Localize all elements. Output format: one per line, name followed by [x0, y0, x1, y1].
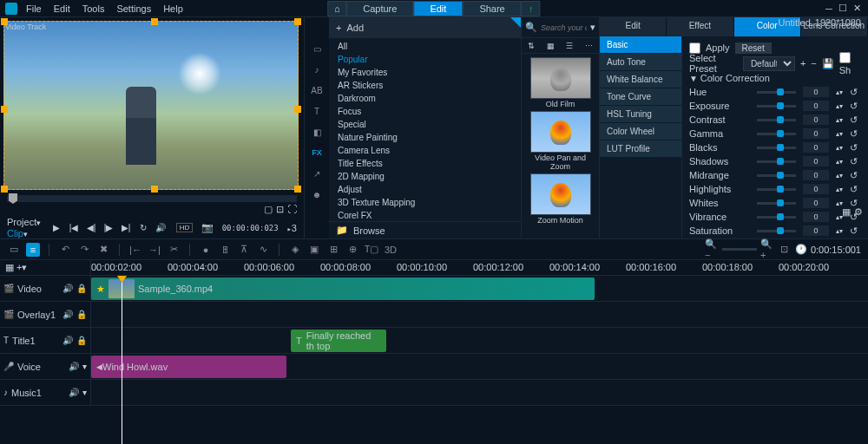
ar-icon[interactable]: ☻: [309, 187, 325, 201]
fit-icon[interactable]: ⊡: [276, 204, 284, 215]
category-item[interactable]: Special: [329, 118, 521, 131]
subtab-item[interactable]: Tone Curve: [600, 88, 681, 105]
prop-slider[interactable]: [757, 174, 796, 177]
category-item[interactable]: My Favorites: [329, 66, 521, 79]
mark-out-icon[interactable]: →|: [148, 243, 161, 257]
category-item[interactable]: Camera Lens: [329, 144, 521, 157]
timeline-icon[interactable]: ≡: [26, 243, 40, 257]
stepper-icon[interactable]: ▴▾: [836, 186, 843, 193]
expand-icon[interactable]: ⋯: [585, 42, 593, 50]
mixer-icon[interactable]: 🎚: [218, 243, 232, 257]
overlay-icon[interactable]: ◧: [309, 125, 325, 139]
settings-icon[interactable]: ⚙: [854, 206, 863, 218]
redo-icon[interactable]: ↷: [77, 243, 91, 257]
reset-prop-icon[interactable]: ↺: [850, 128, 858, 140]
reset-prop-icon[interactable]: ↺: [850, 156, 858, 167]
prop-slider[interactable]: [757, 147, 796, 149]
mark-in-icon[interactable]: |←: [128, 243, 142, 257]
menu-file[interactable]: File: [26, 3, 42, 14]
music-track-icon[interactable]: ♪: [3, 388, 8, 397]
reset-prop-icon[interactable]: ↺: [850, 142, 858, 153]
fx-icon[interactable]: FX: [309, 146, 325, 160]
subtab-item[interactable]: HSL Tuning: [600, 106, 681, 122]
prop-value[interactable]: 0: [803, 184, 829, 194]
prop-value[interactable]: 0: [803, 156, 829, 166]
video-track-icon[interactable]: 🎬: [3, 284, 14, 293]
category-item[interactable]: Corel FX: [329, 209, 521, 221]
mute-icon[interactable]: 🔊: [62, 336, 73, 345]
prop-value[interactable]: 0: [803, 225, 829, 236]
mute-icon[interactable]: 🔊: [69, 388, 79, 397]
reset-prop-icon[interactable]: ↺: [850, 87, 858, 98]
audio-icon[interactable]: ♪: [309, 62, 325, 76]
undo-icon[interactable]: ↶: [58, 243, 72, 257]
subtab-item[interactable]: Auto Tone: [600, 54, 681, 70]
chapter-icon[interactable]: ◈: [288, 243, 302, 257]
transition-icon[interactable]: AB: [309, 83, 325, 97]
fit-timeline-icon[interactable]: ⊡: [778, 243, 792, 257]
prop-value[interactable]: 0: [803, 142, 829, 153]
cc-section[interactable]: ▼ Color Correction: [689, 71, 861, 85]
track-motion-icon[interactable]: ⊕: [345, 243, 359, 257]
prop-value[interactable]: 0: [803, 212, 829, 222]
lock-icon[interactable]: 🔒: [76, 284, 87, 293]
prop-slider[interactable]: [757, 119, 796, 121]
zoom-out-icon[interactable]: 🔍−: [705, 243, 719, 257]
reset-prop-icon[interactable]: ↺: [850, 101, 858, 112]
preview-mode[interactable]: Project▾Clip▾: [7, 217, 41, 239]
stepper-icon[interactable]: ▴▾: [836, 102, 843, 110]
subtab-item[interactable]: LUT Profile: [600, 140, 681, 157]
category-item[interactable]: Title Effects: [329, 157, 521, 170]
close-icon[interactable]: ✕: [851, 4, 863, 13]
stepper-icon[interactable]: ▴▾: [836, 130, 843, 138]
stepper-icon[interactable]: ▴▾: [836, 158, 843, 166]
mute-icon[interactable]: 🔊: [62, 310, 73, 319]
menu-edit[interactable]: Edit: [54, 3, 70, 14]
time-ruler[interactable]: 00:00:02:0000:00:04:0000:00:06:0000:00:0…: [91, 260, 868, 275]
mute-icon[interactable]: 🔊: [69, 362, 79, 371]
snapshot-icon[interactable]: 📷: [201, 222, 214, 233]
category-item[interactable]: Adjust: [329, 183, 521, 196]
prop-slider[interactable]: [757, 216, 796, 219]
reset-prop-icon[interactable]: ↺: [850, 170, 858, 181]
title-track-icon[interactable]: T: [3, 336, 9, 345]
stepper-icon[interactable]: ▴▾: [836, 116, 843, 124]
fullscreen-icon[interactable]: ⛶: [287, 204, 297, 215]
prop-slider[interactable]: [757, 105, 796, 108]
stepper-icon[interactable]: ▴▾: [836, 88, 843, 96]
frame-fwd-icon[interactable]: |▶: [102, 221, 115, 235]
prop-value[interactable]: 0: [803, 114, 829, 125]
effect-thumb[interactable]: Zoom Motion: [530, 173, 591, 225]
normalize-icon[interactable]: ∿: [256, 243, 270, 257]
record-icon[interactable]: ●: [199, 243, 213, 257]
prop-slider[interactable]: [757, 91, 796, 94]
maximize-icon[interactable]: ☐: [837, 4, 849, 13]
preview-viewport[interactable]: [3, 21, 299, 190]
media-icon[interactable]: ▭: [309, 42, 325, 56]
playhead[interactable]: [122, 276, 122, 444]
save-preset-icon[interactable]: 💾: [822, 58, 834, 69]
menu-tools[interactable]: Tools: [82, 3, 105, 14]
dropdown-icon[interactable]: ▾: [590, 22, 595, 33]
crop-icon[interactable]: ▢: [264, 204, 273, 215]
category-item[interactable]: Nature Painting: [329, 131, 521, 144]
category-item[interactable]: 2D Mapping: [329, 170, 521, 183]
remove-preset-icon[interactable]: −: [811, 58, 816, 69]
tab-capture[interactable]: Capture: [346, 1, 413, 16]
sort-icon[interactable]: ⇅: [528, 42, 535, 50]
prop-slider[interactable]: [757, 133, 796, 135]
tab-edit[interactable]: Edit: [413, 1, 463, 16]
guides-icon[interactable]: ▦: [842, 206, 851, 218]
prop-value[interactable]: 0: [803, 101, 829, 111]
prop-value[interactable]: 0: [803, 128, 829, 139]
frame-back-icon[interactable]: ◀|: [84, 221, 98, 235]
stepper-icon[interactable]: ▴▾: [836, 144, 843, 152]
show-checkbox[interactable]: [839, 52, 851, 63]
home-icon[interactable]: ⌂: [327, 1, 346, 16]
search-input[interactable]: [541, 23, 587, 32]
audio-clip[interactable]: ◀ Wind Howl.wav: [91, 356, 286, 378]
cue-icon[interactable]: ▣: [307, 243, 321, 257]
subtab-item[interactable]: Color Wheel: [600, 123, 681, 140]
chevron-down-icon[interactable]: ▾: [82, 362, 87, 371]
preview-scrubber[interactable]: [7, 195, 297, 202]
